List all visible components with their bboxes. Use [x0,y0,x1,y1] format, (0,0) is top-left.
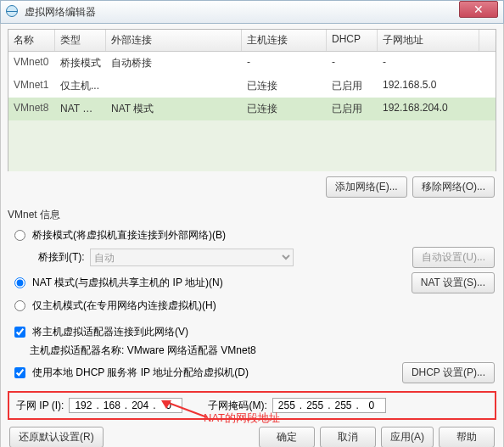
cell-name: VMnet8 [8,100,55,118]
ip-octet[interactable] [303,400,327,411]
ip-octet[interactable] [100,400,124,411]
cell-subnet: - [378,54,479,72]
cell-subnet: 192.168.204.0 [378,100,479,118]
hostonly-mode-row: 仅主机模式(在专用网络内连接虚拟机)(H) [8,296,496,316]
close-button[interactable]: ✕ [459,1,498,18]
vmnet-info-section: VMnet 信息 桥接模式(将虚拟机直接连接到外部网络)(B) 桥接到(T): … [8,206,496,420]
auto-set-button[interactable]: 自动设置(U)... [412,247,495,268]
nat-mode-row: NAT 模式(与虚拟机共享主机的 IP 地址)(N) NAT 设置(S)... [8,270,496,296]
connect-host-row: 将主机虚拟适配器连接到此网络(V) [8,322,496,342]
dialog-content: 名称 类型 外部连接 主机连接 DHCP 子网地址 VMnet0 桥接模式 自动… [0,24,504,447]
connect-host-label: 将主机虚拟适配器连接到此网络(V) [32,325,188,339]
cell-host: 已连接 [242,77,327,95]
cell-host: 已连接 [242,100,327,118]
cell-dhcp: 已启用 [327,77,378,95]
vmnet-info-title: VMnet 信息 [8,206,496,226]
nat-label: NAT 模式(与虚拟机共享主机的 IP 地址)(N) [32,276,223,290]
cell-name: VMnet1 [8,77,55,95]
ip-octet[interactable] [332,400,356,411]
ip-octet[interactable] [71,400,95,411]
bridge-to-row: 桥接到(T): 自动 自动设置(U)... [8,245,496,270]
network-grid[interactable]: 名称 类型 外部连接 主机连接 DHCP 子网地址 VMnet0 桥接模式 自动… [8,29,496,171]
cell-ext: 自动桥接 [106,54,242,72]
use-dhcp-label: 使用本地 DHCP 服务将 IP 地址分配给虚拟机(D) [32,366,249,380]
dhcp-settings-button[interactable]: DHCP 设置(P)... [402,362,495,383]
grid-empty-area [8,120,496,171]
use-dhcp-row: 使用本地 DHCP 服务将 IP 地址分配给虚拟机(D) DHCP 设置(P).… [8,360,496,386]
grid-body: VMnet0 桥接模式 自动桥接 - - - VMnet1 仅主机... 已连接… [8,52,496,170]
bridge-to-select[interactable]: 自动 [90,249,294,266]
bridge-radio[interactable] [14,230,25,241]
add-network-button[interactable]: 添加网络(E)... [326,176,407,198]
nat-settings-button[interactable]: NAT 设置(S)... [412,272,495,293]
svg-marker-1 [161,400,171,409]
cell-ext: NAT 模式 [106,100,242,118]
connect-host-checkbox[interactable] [14,327,25,338]
table-row-selected[interactable]: VMnet8 NAT 模式 NAT 模式 已连接 已启用 192.168.204… [8,98,496,120]
cell-ext [106,77,242,95]
table-row[interactable]: VMnet1 仅主机... 已连接 已启用 192.168.5.0 [8,75,496,98]
hostonly-radio[interactable] [14,300,25,311]
col-subnet[interactable]: 子网地址 [378,30,479,51]
grid-header: 名称 类型 外部连接 主机连接 DHCP 子网地址 [8,30,496,52]
col-host[interactable]: 主机连接 [242,30,327,51]
bridge-mode-row: 桥接模式(将虚拟机直接连接到外部网络)(B) [8,226,496,245]
window-title: 虚拟网络编辑器 [25,5,459,20]
restore-defaults-button[interactable]: 还原默认设置(R) [9,427,104,447]
grid-button-row: 添加网络(E)... 移除网络(O)... [8,171,496,203]
app-icon [6,5,20,19]
col-name[interactable]: 名称 [8,30,55,51]
cell-type: 桥接模式 [55,54,106,72]
ip-octet[interactable] [128,400,152,411]
cell-subnet: 192.168.5.0 [378,77,479,95]
annotation-text: NAT的网段地址 [204,411,280,426]
ip-octet[interactable] [360,400,384,411]
col-type[interactable]: 类型 [55,30,106,51]
subnet-ip-label: 子网 IP (I): [16,399,64,413]
bridge-to-label: 桥接到(T): [38,250,85,265]
cell-type: NAT 模式 [55,100,106,118]
cell-dhcp: - [327,54,378,72]
annotation-arrow [161,400,209,419]
titlebar: 虚拟网络编辑器 ✕ [0,0,504,24]
adapter-name-row: 主机虚拟适配器名称: VMware 网络适配器 VMnet8 [8,342,496,360]
cell-dhcp: 已启用 [327,100,378,118]
bridge-label: 桥接模式(将虚拟机直接连接到外部网络)(B) [32,228,226,243]
cell-type: 仅主机... [55,77,106,95]
ok-button[interactable]: 确定 [259,427,315,447]
subnet-mask-field[interactable]: . . . [272,398,386,413]
table-row[interactable]: VMnet0 桥接模式 自动桥接 - - - [8,52,496,75]
svg-line-0 [166,402,207,417]
help-button[interactable]: 帮助 [439,427,495,447]
ip-octet[interactable] [275,400,299,411]
cell-name: VMnet0 [8,54,55,72]
adapter-name-label: 主机虚拟适配器名称: VMware 网络适配器 VMnet8 [30,344,256,358]
cell-host: - [242,54,327,72]
remove-network-button[interactable]: 移除网络(O)... [412,176,495,198]
use-dhcp-checkbox[interactable] [14,367,25,378]
nat-radio[interactable] [14,277,25,288]
apply-button[interactable]: 应用(A) [381,427,434,447]
col-dhcp[interactable]: DHCP [327,30,378,51]
col-ext[interactable]: 外部连接 [106,30,242,51]
cancel-button[interactable]: 取消 [320,427,376,447]
hostonly-label: 仅主机模式(在专用网络内连接虚拟机)(H) [32,299,216,313]
